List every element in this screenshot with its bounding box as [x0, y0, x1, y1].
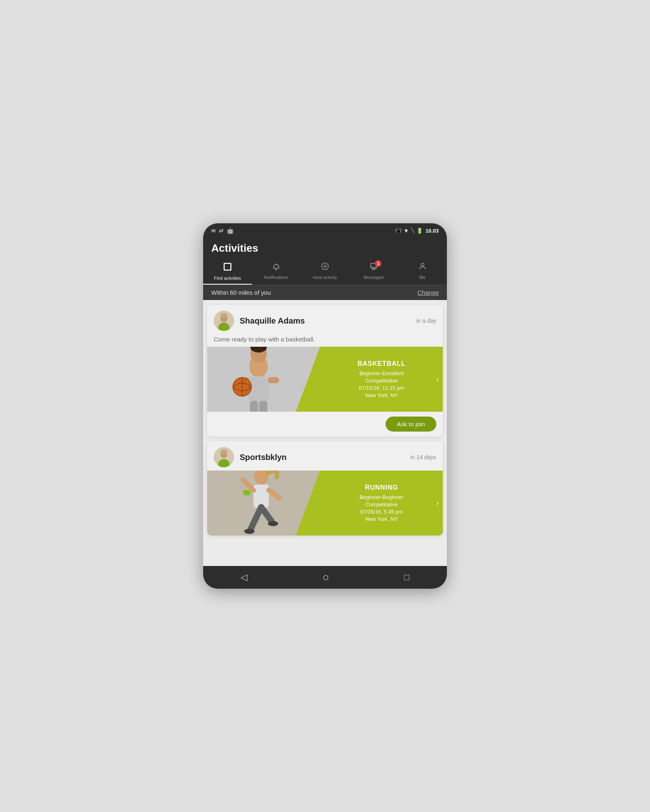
bottom-nav: ◁ ○ □	[203, 566, 447, 589]
style-1: Competitative	[365, 378, 397, 384]
activity-card-1: Shaquille Adams in a day Come ready to p…	[207, 305, 443, 436]
time-display: 16.03	[425, 228, 439, 234]
tab-host-activity[interactable]: Host activity	[301, 258, 349, 285]
avatar-1	[214, 311, 234, 331]
host-activity-icon	[321, 262, 329, 273]
card-footer-1: Ask to join	[207, 412, 443, 436]
svg-rect-21	[250, 401, 258, 412]
arrows-icon: ⇄	[219, 228, 223, 234]
datetime-1: 07/15/16, 11:15 pm	[359, 385, 404, 391]
status-bar: ✉ ⇄ 🤖 📳 ▼ ╲ 🔋 16.03	[203, 223, 447, 238]
activity-photo-1	[207, 347, 320, 412]
find-activities-icon	[223, 262, 232, 274]
time-label-1: in a day	[416, 317, 436, 324]
activity-photo-2	[207, 471, 320, 536]
status-left-icons: ✉ ⇄ 🤖	[211, 227, 234, 234]
tab-find-activities[interactable]: Find activities	[203, 258, 252, 285]
svg-point-34	[244, 529, 254, 534]
battery-icon: 🔋	[416, 228, 423, 234]
sport-title-1: BASKETBALL	[358, 360, 405, 367]
avatar-svg-1	[214, 311, 234, 331]
location-text: Within 60 miles of you	[211, 289, 271, 296]
find-activities-label: Find activities	[214, 276, 241, 281]
tab-messages[interactable]: 1 Messages	[349, 258, 398, 285]
nosignal-icon: ╲	[411, 228, 414, 233]
content-area: Shaquille Adams in a day Come ready to p…	[203, 300, 447, 566]
messages-badge: 1	[375, 260, 381, 267]
tab-me[interactable]: Me	[398, 258, 447, 285]
card-description-1: Come ready to play with a basketball.	[207, 334, 443, 347]
location-bar: Within 60 miles of you Change	[203, 285, 447, 300]
vibrate-icon: 📳	[395, 228, 401, 233]
svg-rect-18	[268, 377, 279, 383]
app-header: Activities	[203, 238, 447, 258]
activity-info-section-2: RUNNING Beginner-Beginner Competitative …	[207, 471, 443, 536]
host-name-1: Shaquille Adams	[240, 316, 411, 326]
chevron-icon-1: ›	[436, 375, 439, 384]
change-location-button[interactable]: Change	[417, 289, 439, 296]
activity-details-1: BASKETBALL Beginner-Excellent Competitat…	[320, 347, 443, 412]
back-button[interactable]: ◁	[240, 572, 247, 583]
svg-rect-36	[243, 490, 251, 495]
svg-point-6	[421, 263, 424, 266]
nav-tabs: Find activities Notifications Host a	[203, 258, 447, 285]
messages-label: Messages	[364, 275, 384, 280]
envelope-icon: ✉	[211, 228, 216, 234]
level-2: Beginner-Beginner	[360, 494, 403, 500]
sport-title-2: RUNNING	[365, 484, 398, 491]
tab-notifications[interactable]: Notifications	[252, 258, 301, 285]
card-header-1: Shaquille Adams in a day	[207, 305, 443, 334]
ask-to-join-button-1[interactable]: Ask to join	[386, 417, 436, 432]
me-label: Me	[419, 275, 425, 280]
host-name-2: Sportsbklyn	[240, 453, 405, 462]
status-right-area: 📳 ▼ ╲ 🔋 16.03	[395, 228, 439, 234]
home-button[interactable]: ○	[322, 571, 329, 584]
level-1: Beginner-Excellent	[360, 370, 404, 376]
signal-icon: ▼	[404, 228, 409, 234]
location-2: New York, NY	[365, 516, 398, 522]
phone-frame: ✉ ⇄ 🤖 📳 ▼ ╲ 🔋 16.03 Activities Find acti…	[203, 223, 447, 589]
svg-rect-1	[225, 264, 230, 270]
notifications-icon	[272, 262, 281, 273]
app-title: Activities	[211, 242, 258, 254]
avatar-2	[214, 447, 234, 467]
messages-icon: 1	[369, 262, 378, 273]
activity-card-2: Sportsbklyn in 14 days	[207, 441, 443, 536]
svg-point-26	[220, 449, 228, 454]
svg-point-11	[220, 313, 228, 318]
activity-info-section-1: BASKETBALL Beginner-Excellent Competitat…	[207, 347, 443, 412]
recents-button[interactable]: □	[404, 572, 410, 583]
style-2: Competitative	[365, 501, 397, 508]
svg-point-35	[268, 521, 278, 526]
chevron-icon-2: ›	[436, 499, 439, 508]
svg-rect-22	[259, 401, 267, 412]
time-label-2: in 14 days	[410, 454, 436, 460]
datetime-2: 07/28/16, 5:45 pm	[360, 509, 403, 515]
android-icon: 🤖	[227, 227, 234, 234]
card-header-2: Sportsbklyn in 14 days	[207, 441, 443, 471]
avatar-svg-2	[214, 447, 234, 467]
me-icon	[418, 262, 427, 273]
activity-details-2: RUNNING Beginner-Beginner Competitative …	[320, 471, 443, 536]
location-1: New York, NY	[365, 392, 398, 398]
notifications-label: Notifications	[264, 275, 288, 280]
host-activity-label: Host activity	[313, 275, 337, 280]
